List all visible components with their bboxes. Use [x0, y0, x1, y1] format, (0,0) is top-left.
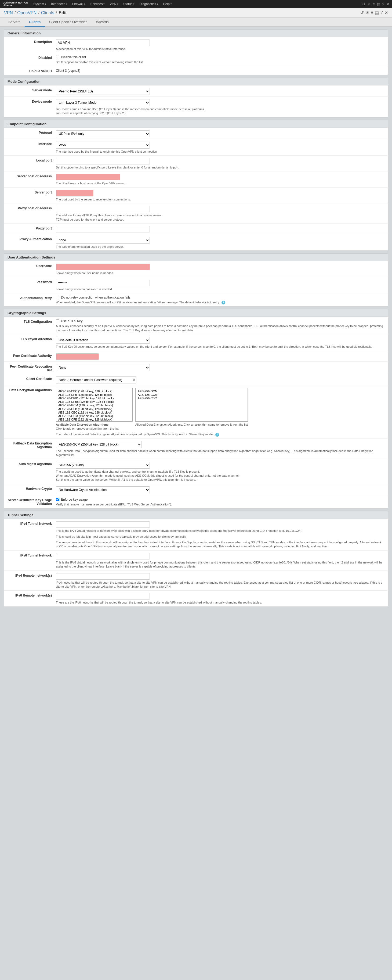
nav-help[interactable]: Help ▾ — [161, 0, 174, 8]
auth-retry-label: Authentication Retry — [8, 295, 56, 300]
list-icon[interactable]: ▤ — [377, 2, 380, 6]
proxy-port-input[interactable] — [56, 226, 150, 232]
allowed-algos-select[interactable]: AES-256-GCM AES-128-GCM AES-256-CBC — [136, 388, 195, 421]
tab-wizards[interactable]: Wizards — [92, 18, 113, 27]
auth-retry-info-icon[interactable]: i — [222, 301, 225, 304]
nav-vpn[interactable]: VPN ▾ — [107, 0, 121, 8]
tls-config-checkbox[interactable] — [56, 320, 59, 323]
peer-cert-revoke-select[interactable]: None — [56, 364, 150, 371]
tab-client-specific-overrides[interactable]: Client Specific Overrides — [45, 18, 92, 27]
refresh-icon[interactable]: ↺ — [362, 2, 365, 6]
menu-icon[interactable]: ≡ — [373, 2, 375, 6]
nav-system[interactable]: System ▾ — [31, 0, 48, 8]
tab-servers[interactable]: Servers — [4, 18, 25, 27]
help-icon[interactable]: ? — [382, 2, 384, 6]
ipv6-tunnel-content: This is the IPv6 virtual network or netw… — [56, 552, 384, 569]
proxy-host-help: The address for an HTTP Proxy this clien… — [56, 213, 384, 222]
nav-interfaces-link[interactable]: Interfaces ▾ — [49, 0, 70, 8]
server-port-row: Server port The port used by the server … — [4, 188, 388, 204]
server-port-input[interactable] — [56, 190, 94, 196]
protocol-label: Protocol — [8, 129, 56, 135]
auth-retry-checkbox-row: Do not retry connection when authenticat… — [56, 296, 384, 299]
fallback-enc-help: The Fallback Data Encryption Algorithm u… — [56, 449, 384, 457]
breadcrumb-openvpn[interactable]: OpenVPN — [17, 11, 37, 15]
nav-status-link[interactable]: Status ▾ — [121, 0, 136, 8]
ipv6-remote-content: These are the IPv6 networks that will be… — [56, 592, 384, 605]
breadcrumb-sep3: / — [56, 11, 57, 15]
disabled-checkbox[interactable] — [56, 56, 59, 59]
ipv4-remote-row: IPv4 Remote network(s) IPv4 networks tha… — [4, 571, 388, 591]
available-algos-select[interactable]: AES-128-CBC (128 bit key, 128 bit block)… — [57, 388, 132, 421]
server-cert-key-checkbox-label: Enforce key usage — [61, 498, 87, 501]
bc-icon2[interactable]: ☀ — [365, 10, 369, 15]
bc-icon6[interactable]: ✕ — [384, 10, 388, 15]
fallback-enc-label: Fallback Data Encryption Algorithm — [8, 440, 56, 449]
nav-interfaces[interactable]: Interfaces ▾ — [49, 0, 70, 8]
nav-services[interactable]: Services ▾ — [88, 0, 107, 8]
fallback-enc-select[interactable]: AES-256-GCM (256 bit key, 128 bit block) — [56, 441, 142, 448]
tab-clients[interactable]: Clients — [25, 18, 45, 27]
peer-cert-revoke-label: Peer Certificate Revocation list — [8, 363, 56, 372]
ipv6-tunnel-input[interactable] — [56, 553, 150, 560]
device-mode-select[interactable]: tun - Layer 3 Tunnel Mode — [56, 99, 150, 106]
tls-keydir-label: TLS keydir direction — [8, 336, 56, 341]
username-input[interactable] — [56, 264, 150, 270]
local-port-input[interactable] — [56, 158, 150, 164]
server-cert-key-checkbox[interactable] — [56, 498, 59, 501]
bc-icon1[interactable]: ↺ — [360, 10, 364, 15]
breadcrumb-clients[interactable]: Clients — [41, 11, 54, 15]
nav-vpn-link[interactable]: VPN ▾ — [107, 0, 121, 8]
ipv6-tunnel-help: This is the IPv6 virtual network or netw… — [56, 560, 384, 569]
client-cert-label: Client Certificate — [8, 375, 56, 381]
server-port-label: Server port — [8, 189, 56, 194]
proxy-host-input[interactable] — [56, 206, 150, 212]
ipv4-remote-input[interactable] — [56, 573, 150, 580]
vpn-arrow: ▾ — [117, 0, 118, 8]
bc-icon3[interactable]: ≡ — [371, 10, 373, 15]
username-help: Leave empty when no user name is needed — [56, 271, 384, 275]
peer-cert-auth-input[interactable] — [56, 353, 99, 360]
server-port-content: The port used by the server to receive c… — [56, 189, 384, 202]
nav-firewall[interactable]: Firewall ▾ — [70, 0, 87, 8]
server-mode-content: Peer to Peer (SSL/TLS) — [56, 87, 384, 95]
server-host-input[interactable] — [56, 174, 120, 180]
server-host-label: Server host or address — [8, 173, 56, 178]
endpoint-configuration-section: Endpoint Configuration Protocol UDP on I… — [4, 120, 388, 251]
breadcrumb-vpn[interactable]: VPN — [4, 11, 13, 15]
nav-firewall-link[interactable]: Firewall ▾ — [70, 0, 87, 8]
interface-select[interactable]: WAN — [56, 142, 150, 149]
hw-crypto-select[interactable]: No Hardware Crypto Acceleration — [56, 486, 150, 493]
nav-system-link[interactable]: System ▾ — [31, 0, 48, 8]
nav-diagnostics[interactable]: Diagnostics ▾ — [137, 0, 160, 8]
bc-icon5[interactable]: ? — [381, 10, 383, 15]
fallback-enc-content: AES-256-GCM (256 bit key, 128 bit block)… — [56, 440, 384, 457]
theme-icon[interactable]: ☀ — [367, 2, 371, 6]
tab-bar: Servers Clients Client Specific Override… — [0, 18, 392, 27]
auth-retry-checkbox[interactable] — [56, 296, 59, 299]
ipv6-remote-input[interactable] — [56, 593, 150, 600]
proxy-auth-row: Proxy Authentication none The type of au… — [4, 234, 388, 250]
close-icon[interactable]: ✕ — [386, 2, 389, 6]
nav-services-link[interactable]: Services ▾ — [88, 0, 107, 8]
nav-help-link[interactable]: Help ▾ — [161, 0, 174, 8]
password-input[interactable] — [56, 280, 150, 286]
auth-retry-content: Do not retry connection when authenticat… — [56, 295, 384, 304]
mode-configuration-section: Mode Configuration Server mode Peer to P… — [4, 78, 388, 118]
nav-status[interactable]: Status ▾ — [121, 0, 136, 8]
ipv4-tunnel-input[interactable] — [56, 521, 150, 528]
fallback-enc-row: Fallback Data Encryption Algorithm AES-2… — [4, 439, 388, 459]
proxy-host-content: The address for an HTTP Proxy this clien… — [56, 205, 384, 222]
proxy-auth-select[interactable]: none — [56, 237, 150, 244]
proxy-auth-label: Proxy Authentication — [8, 236, 56, 241]
client-cert-select[interactable]: None (Username and/or Password required) — [56, 377, 136, 383]
server-mode-select[interactable]: Peer to Peer (SSL/TLS) — [56, 88, 150, 95]
description-input[interactable] — [56, 40, 150, 46]
auth-digest-select[interactable]: SHA256 (256-bit) — [56, 461, 150, 469]
tls-keydir-select[interactable]: Use default direction — [56, 337, 150, 344]
protocol-select[interactable]: UDP on IPv4 only — [56, 130, 150, 137]
data-enc-content: AES-128-CBC (128 bit key, 128 bit block)… — [56, 387, 384, 437]
data-enc-info-icon[interactable]: i — [215, 433, 219, 437]
nav-diagnostics-link[interactable]: Diagnostics ▾ — [137, 0, 160, 8]
bc-icon4[interactable]: ▤ — [375, 10, 379, 15]
logo: COMMUNITY EDITION pfSense — [3, 2, 28, 7]
